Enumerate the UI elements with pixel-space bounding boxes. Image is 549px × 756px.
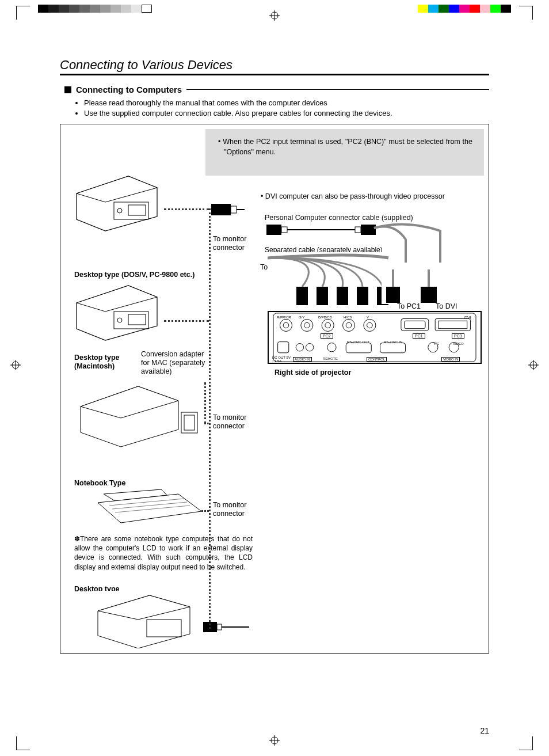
section-title: Connecting to Computers [76,85,182,94]
svg-rect-63 [401,319,429,331]
panel-dcout: DC OUT 5V ⎓1.5A [272,356,292,363]
device-notebook [92,488,207,529]
svg-point-68 [296,344,303,351]
dotted-vert-main [209,208,211,629]
section-heading: Connecting to Computers [64,85,489,94]
svg-rect-71 [346,343,371,353]
svg-point-55 [301,320,313,332]
panel-rs232out: RS-232C OUT [347,340,369,344]
dvi-note: • DVI computer can also be pass-through … [261,192,485,201]
panel-audioin: AUDIO IN [293,357,312,362]
svg-rect-67 [278,342,289,353]
note-text: When the PC2 input terminal is used, "PC… [223,138,472,156]
svg-rect-45 [296,287,308,305]
panel-pc2: PC2 [321,333,333,339]
bullet-2: Use the supplied computer connection cab… [84,108,489,119]
svg-rect-20 [266,225,281,235]
dotted-2 [164,320,209,322]
svg-rect-43 [217,624,222,630]
page-title: Connecting to Various Devices [60,58,489,75]
panel-dvi: DVI [464,316,471,320]
svg-rect-66 [439,321,467,328]
panel-bnc1: R/PR/CR [277,316,291,319]
registration-mark-right [528,360,539,370]
option-note-box: • When the PC2 input terminal is used, "… [205,129,484,176]
dotted-4 [201,510,209,512]
svg-rect-64 [405,321,425,328]
panel-control: CONTROL [367,357,387,362]
panel-yc: Y/C [433,342,439,345]
panel-pc3: PC3 [452,333,464,339]
notebook-footnote: ✽There are some notebook type computers … [74,534,253,572]
crop-mark-br [519,736,533,750]
conversion-adapter-label: Conversion adapter for MAC (separately a… [141,350,210,376]
svg-point-57 [322,320,334,332]
svg-rect-17 [211,204,231,215]
dotted-3b [204,382,206,424]
registration-mark-bottom [269,735,280,746]
dotted-1 [164,208,209,210]
svg-point-53 [280,320,292,332]
page-number: 21 [480,726,489,735]
device-macintosh [71,280,163,343]
panel-bnc5: V [367,316,369,319]
desktop-dosv-label: Desktop type (DOS/V, PC-9800 etc.) [74,271,201,279]
dvi-connector-icon [209,199,245,220]
panel-videoin: VIDEO IN [441,357,460,362]
svg-rect-47 [337,287,348,305]
to-pc1: To PC1 [397,302,421,311]
svg-rect-51 [421,287,437,303]
panel-bnc4: H/CS [344,316,352,319]
svg-point-56 [304,322,310,328]
pc1-plug [382,269,405,304]
svg-rect-18 [231,206,237,213]
svg-point-60 [346,322,352,328]
svg-point-62 [367,322,373,328]
svg-rect-65 [435,319,470,331]
svg-point-54 [283,322,289,328]
dvi-plug [417,269,440,304]
cable-supplied: Personal Computer connector cable (suppl… [265,214,437,222]
svg-rect-50 [386,287,400,303]
pc-connector-cable-icon [266,223,376,236]
notebook-label: Notebook Type [74,479,125,488]
svg-point-70 [327,343,336,352]
panel-bnc2: G/Y [299,316,304,319]
square-bullet-icon [64,86,71,93]
projector-panel: R/PR/CR G/Y B/PB/CB H/CS V PC2 PC1 DVI P… [268,311,482,364]
to-monitor-2: To monitor connector [213,413,259,431]
crop-mark-tr [519,6,533,20]
diagram-frame: • When the PC2 input terminal is used, "… [60,124,489,654]
cable-arc-pc1-dvi [371,222,463,274]
intro-bullets: Please read thoroughly the manual that c… [76,98,489,118]
grayscale-bar [38,5,152,13]
svg-point-58 [325,322,331,328]
bullet-1: Please read thoroughly the manual that c… [84,98,489,108]
svg-point-61 [364,320,376,332]
svg-rect-46 [317,287,328,305]
device-dosv [71,170,163,234]
registration-mark-left [10,360,21,370]
color-bar [418,5,511,13]
to-dvi: To DVI [436,302,458,311]
desktop-mac-label: Desktop type (Macintosh) [74,354,132,371]
svg-rect-21 [281,227,287,233]
device-desktop [92,591,207,648]
to-monitor-1: To monitor connector [213,235,259,252]
rule-line [186,89,489,90]
svg-rect-23 [355,227,361,233]
svg-point-59 [343,320,355,332]
panel-bnc3: B/PB/CB [318,316,332,319]
right-side-label: Right side of projector [274,368,351,377]
panel-rs232in: RS-232C IN [384,340,402,344]
device-adapter-illustration [75,381,201,450]
svg-rect-48 [357,287,368,305]
panel-remote: REMOTE [323,357,338,360]
crop-mark-tl [16,6,30,20]
crop-mark-bl [16,736,30,750]
registration-mark-top [269,10,280,21]
svg-point-69 [306,344,313,351]
panel-video: VIDEO [453,342,464,345]
panel-pc1: PC1 [413,333,425,339]
to-monitor-3: To monitor connector [213,501,259,518]
